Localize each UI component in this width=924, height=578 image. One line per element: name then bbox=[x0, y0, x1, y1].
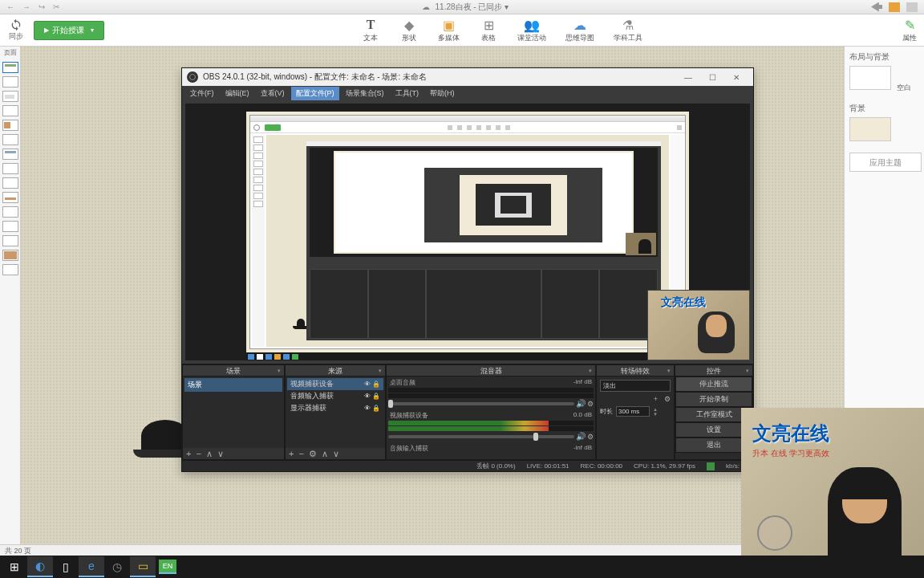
layout-bg-label: 布局与背景 bbox=[849, 51, 919, 63]
cut-icon[interactable]: ✂ bbox=[53, 2, 59, 11]
scenes-header[interactable]: 场景 bbox=[183, 365, 284, 377]
close-button[interactable]: ✕ bbox=[724, 69, 748, 85]
slide-thumb[interactable] bbox=[2, 105, 18, 116]
taskbar-app-2[interactable]: ▯ bbox=[53, 556, 79, 577]
remove-source-icon[interactable]: − bbox=[298, 449, 303, 458]
tool-table[interactable]: ⊞表格 bbox=[479, 17, 498, 43]
gear-icon[interactable]: ⚙ bbox=[587, 433, 594, 441]
slide-thumb[interactable] bbox=[2, 91, 18, 102]
slide-thumb[interactable] bbox=[2, 250, 18, 261]
start-teaching-button[interactable]: 开始授课 bbox=[34, 21, 104, 40]
slides-sidebar[interactable]: 页面 bbox=[0, 47, 21, 552]
obs-window: OBS 24.0.1 (32-bit, windows) - 配置文件: 未命名… bbox=[181, 67, 754, 472]
source-item[interactable]: 视频捕获设备👁🔒 bbox=[287, 378, 383, 390]
visibility-icon[interactable]: 👁 bbox=[364, 381, 371, 388]
menu-edit[interactable]: 编辑(E) bbox=[221, 87, 254, 100]
sidebar-tab[interactable]: 页面 bbox=[0, 47, 20, 59]
taskbar-app-1[interactable]: ◐ bbox=[27, 556, 53, 577]
scene-item[interactable]: 场景 bbox=[184, 378, 282, 392]
slide-thumb[interactable] bbox=[2, 264, 18, 275]
mixer-header[interactable]: 混音器 bbox=[387, 365, 595, 377]
tool-activity[interactable]: 👥课堂活动 bbox=[517, 17, 546, 43]
visibility-icon[interactable]: 👁 bbox=[364, 405, 371, 412]
add-scene-icon[interactable]: + bbox=[186, 449, 191, 458]
slide-thumb[interactable] bbox=[2, 221, 18, 232]
menu-file[interactable]: 文件(F) bbox=[185, 87, 219, 100]
mail-icon[interactable] bbox=[889, 2, 900, 12]
taskbar-app-3[interactable]: ◷ bbox=[104, 556, 130, 577]
floating-webcam[interactable]: 文亮在线 升本 在线 学习更高效 bbox=[741, 408, 924, 556]
obs-preview[interactable]: 文亮在线 bbox=[185, 104, 750, 360]
slide-thumb[interactable] bbox=[2, 120, 18, 131]
trans-add-icon[interactable]: + bbox=[654, 395, 658, 403]
menu-view[interactable]: 查看(V) bbox=[256, 87, 290, 100]
start-menu-button[interactable]: ⊞ bbox=[2, 556, 27, 577]
obs-titlebar[interactable]: OBS 24.0.1 (32-bit, windows) - 配置文件: 未命名… bbox=[182, 68, 753, 86]
volume-slider[interactable] bbox=[388, 402, 574, 405]
tool-attributes[interactable]: ✎属性 bbox=[900, 17, 919, 43]
scene-down-icon[interactable]: ∨ bbox=[217, 449, 224, 459]
lock-icon[interactable]: 🔒 bbox=[372, 393, 380, 400]
webcam-face bbox=[828, 467, 902, 556]
slide-thumb-1[interactable] bbox=[2, 62, 18, 73]
tool-shape[interactable]: ◆形状 bbox=[399, 17, 419, 43]
menu-tools[interactable]: 工具(T) bbox=[391, 87, 424, 100]
duration-input[interactable]: 300 ms bbox=[616, 406, 650, 417]
sync-button[interactable]: 同步 bbox=[5, 18, 27, 42]
slide-thumb[interactable] bbox=[2, 177, 18, 189]
bg-swatch[interactable] bbox=[849, 117, 891, 141]
volume-slider[interactable] bbox=[388, 435, 574, 438]
menu-profile[interactable]: 配置文件(P) bbox=[291, 87, 339, 100]
tool-media[interactable]: ▣多媒体 bbox=[438, 17, 460, 43]
controls-header[interactable]: 控件 bbox=[675, 365, 752, 377]
visibility-icon[interactable]: 👁 bbox=[364, 393, 371, 400]
transition-select[interactable]: 淡出 bbox=[600, 380, 671, 392]
doc-title-text[interactable]: 11.28白夜 - 已同步 ▾ bbox=[436, 2, 509, 11]
speaker-icon[interactable]: 🔊 bbox=[576, 432, 586, 441]
spinner-down-icon[interactable]: ▼ bbox=[653, 412, 658, 417]
transitions-header[interactable]: 转场特效 bbox=[597, 365, 674, 377]
nav-redo-icon[interactable]: ↪ bbox=[38, 2, 45, 11]
more-icon[interactable] bbox=[906, 2, 918, 12]
gear-icon[interactable]: ⚙ bbox=[587, 400, 594, 408]
stop-stream-button[interactable]: 停止推流 bbox=[675, 377, 752, 392]
taskbar-edge[interactable]: e bbox=[79, 556, 104, 577]
minimize-button[interactable]: — bbox=[676, 69, 700, 85]
tool-text[interactable]: T文本 bbox=[361, 17, 380, 43]
maximize-button[interactable]: ☐ bbox=[700, 69, 724, 85]
blank-label: 空白 bbox=[897, 83, 911, 92]
start-record-button[interactable]: 开始录制 bbox=[675, 392, 752, 407]
menu-help[interactable]: 帮助(H) bbox=[425, 87, 460, 100]
slide-thumb[interactable] bbox=[2, 206, 18, 218]
sources-header[interactable]: 来源 bbox=[286, 365, 385, 377]
share-icon[interactable] bbox=[871, 2, 882, 12]
slide-thumb[interactable] bbox=[2, 76, 18, 88]
taskbar-explorer[interactable]: ▭ bbox=[130, 556, 156, 577]
speaker-icon[interactable]: 🔊 bbox=[576, 399, 586, 408]
source-item[interactable]: 显示器捕获👁🔒 bbox=[287, 402, 383, 414]
nav-forward-icon[interactable]: → bbox=[22, 2, 30, 11]
layout-swatch[interactable] bbox=[849, 66, 891, 90]
taskbar-ime[interactable]: EN bbox=[159, 560, 176, 574]
slide-thumb[interactable] bbox=[2, 235, 18, 246]
nav-back-icon[interactable]: ← bbox=[6, 2, 14, 11]
obs-title-text: OBS 24.0.1 (32-bit, windows) - 配置文件: 未命名… bbox=[203, 71, 427, 83]
lock-icon[interactable]: 🔒 bbox=[372, 405, 380, 412]
source-down-icon[interactable]: ∨ bbox=[333, 449, 339, 459]
slide-thumb[interactable] bbox=[2, 163, 18, 174]
add-source-icon[interactable]: + bbox=[289, 449, 294, 458]
slide-thumb[interactable] bbox=[2, 134, 18, 145]
slide-thumb[interactable] bbox=[2, 192, 18, 203]
menu-scene-collection[interactable]: 场景集合(S) bbox=[341, 87, 389, 100]
scene-up-icon[interactable]: ∧ bbox=[206, 449, 213, 459]
apply-theme-button[interactable]: 应用主题 bbox=[849, 153, 922, 172]
tool-mindmap[interactable]: ☁思维导图 bbox=[565, 17, 594, 43]
slide-thumb[interactable] bbox=[2, 149, 18, 160]
lock-icon[interactable]: 🔒 bbox=[372, 381, 380, 388]
source-up-icon[interactable]: ∧ bbox=[322, 449, 328, 459]
source-settings-icon[interactable]: ⚙ bbox=[309, 449, 317, 459]
trans-settings-icon[interactable]: ⚙ bbox=[664, 395, 671, 403]
tool-subject[interactable]: ⚗学科工具 bbox=[614, 17, 642, 43]
remove-scene-icon[interactable]: − bbox=[196, 449, 201, 458]
source-item[interactable]: 音频输入捕获👁🔒 bbox=[287, 390, 383, 402]
